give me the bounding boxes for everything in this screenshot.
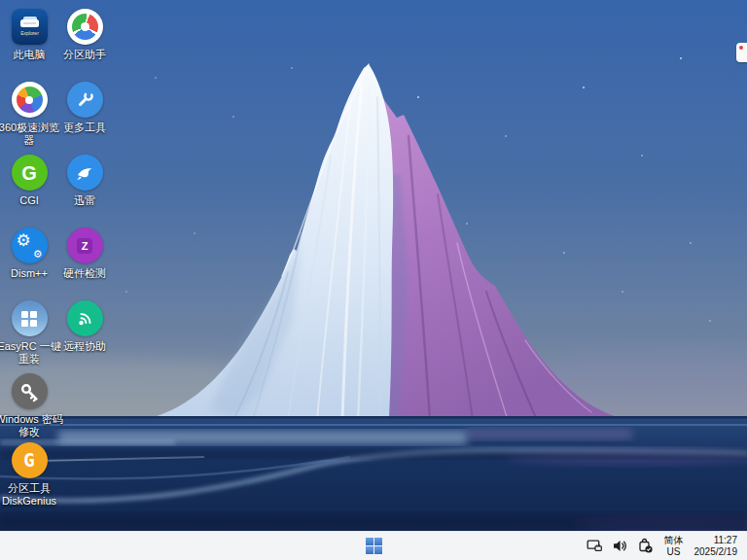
tray-date: 2025/2/19 xyxy=(694,546,738,558)
windows-start-icon xyxy=(366,538,382,554)
taskbar: 简体 US 11:27 2025/2/19 xyxy=(0,531,747,560)
language-indicator[interactable]: 简体 US xyxy=(662,535,686,557)
letter-g-glyph: G xyxy=(21,163,37,183)
dism-icon: ⚙ ⚙ xyxy=(12,228,48,263)
easyrc-icon xyxy=(12,300,48,336)
this-pc-icon: Explorer xyxy=(12,9,48,45)
keyboard-layout: US xyxy=(662,546,686,558)
notification-dot xyxy=(739,46,743,50)
desktop-icon-xunlei[interactable]: 迅雷 xyxy=(50,155,120,207)
desktop-icon-remote-assist[interactable]: 远程协助 xyxy=(50,300,120,353)
icon-label: 分区工具 DiskGenius xyxy=(0,482,63,508)
win-password-icon xyxy=(12,373,48,409)
icon-label: 迅雷 xyxy=(51,194,119,207)
gear-icon: ⚙ xyxy=(17,230,31,250)
desktop-icon-more-tools[interactable]: 更多工具 xyxy=(50,82,120,134)
desktop-icon-hardware-check[interactable]: Z 硬件检测 xyxy=(50,228,120,280)
volume-icon[interactable] xyxy=(612,538,628,554)
key-icon xyxy=(18,380,41,403)
start-button[interactable] xyxy=(354,532,393,560)
wrench-icon xyxy=(75,89,95,110)
hardware-check-icon: Z xyxy=(67,228,103,263)
pinwheel-icon xyxy=(17,87,43,113)
desktop-icon-diskgenius[interactable]: G 分区工具 DiskGenius xyxy=(0,442,64,508)
icon-label: 分区助手 xyxy=(51,49,119,61)
edge-sidebar-handle[interactable] xyxy=(736,43,747,62)
icon-label: Windows 密码修改 xyxy=(0,413,63,438)
cgi-icon: G xyxy=(12,155,48,191)
bird-icon xyxy=(74,162,95,184)
pie-chart-icon xyxy=(72,14,98,40)
desktop-icon-win-password[interactable]: Windows 密码修改 xyxy=(0,373,64,438)
icon-label: 远程协助 xyxy=(51,340,119,353)
xunlei-icon xyxy=(67,155,103,191)
clock[interactable]: 11:27 2025/2/19 xyxy=(694,535,738,557)
gear-icon: ⚙ xyxy=(33,248,43,261)
more-tools-icon xyxy=(67,82,103,118)
svg-text:Explorer: Explorer xyxy=(20,30,39,36)
windows-logo-icon xyxy=(21,311,37,327)
tray-time: 11:27 xyxy=(694,535,738,546)
security-icon[interactable] xyxy=(637,538,654,554)
partition-assistant-icon xyxy=(67,9,103,45)
360-browser-icon xyxy=(12,82,48,118)
icon-label: 更多工具 xyxy=(51,122,119,134)
system-tray: 简体 US 11:27 2025/2/19 xyxy=(587,532,747,560)
remote-assist-icon xyxy=(67,300,103,336)
z-badge-icon: Z xyxy=(77,238,92,254)
diskgenius-icon: G xyxy=(12,442,48,478)
icon-label: 硬件检测 xyxy=(51,267,119,280)
desktop-icon-partition-assistant[interactable]: 分区助手 xyxy=(50,9,120,61)
ime-language: 简体 xyxy=(662,535,686,546)
broadcast-icon xyxy=(74,308,95,330)
letter-g-glyph: G xyxy=(23,451,34,470)
network-icon[interactable] xyxy=(587,538,603,554)
